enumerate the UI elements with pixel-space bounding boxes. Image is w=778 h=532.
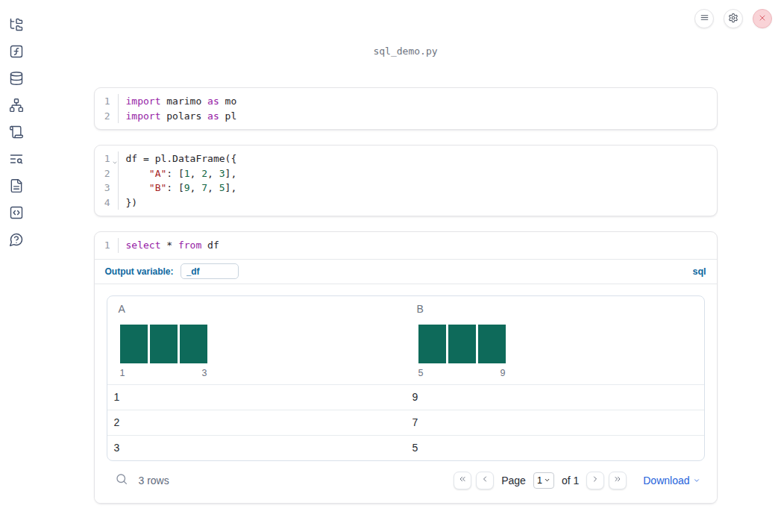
row-count: 3 rows xyxy=(139,475,169,486)
code-line: 4}) xyxy=(95,195,717,210)
chevron-right-icon xyxy=(591,475,600,486)
table-cell: 7 xyxy=(406,410,704,435)
line-number: 3 xyxy=(95,181,119,195)
next-page-button[interactable] xyxy=(586,472,604,489)
code-editor[interactable]: 1import marimo as mo2import polars as pl xyxy=(95,88,717,129)
code-editor[interactable]: 1df = pl.DataFrame({2 "A": [1, 2, 3],3 "… xyxy=(95,145,717,216)
sidebar-item-file-explorer[interactable] xyxy=(9,18,24,33)
chevron-down-icon xyxy=(693,475,700,486)
sidebar-item-snippets[interactable] xyxy=(9,206,24,221)
histogram-bar xyxy=(418,325,446,363)
network-icon xyxy=(9,98,24,115)
line-number: 1 xyxy=(95,94,119,109)
table-cell: 3 xyxy=(107,436,406,460)
line-number: 4 xyxy=(95,195,119,210)
code-content: import marimo as mo xyxy=(119,94,237,109)
table-cell: 5 xyxy=(406,436,704,460)
table-cell: 1 xyxy=(107,385,406,410)
column-name: A xyxy=(119,303,406,315)
code-line: 1select * from df xyxy=(95,238,717,253)
histogram-bar xyxy=(448,325,476,363)
code-line: 1df = pl.DataFrame({ xyxy=(95,151,717,166)
function-square-icon xyxy=(9,44,24,61)
search-button[interactable] xyxy=(114,473,129,488)
code-cell-dataframe[interactable]: 1df = pl.DataFrame({2 "A": [1, 2, 3],3 "… xyxy=(94,145,718,216)
code-content: select * from df xyxy=(119,238,219,253)
sidebar-item-help[interactable] xyxy=(9,233,24,248)
histogram-bar xyxy=(180,325,207,363)
code-box-icon xyxy=(9,205,24,222)
column-header-a[interactable]: A 1 3 xyxy=(107,296,406,384)
file-text-icon xyxy=(9,178,24,195)
table-row[interactable]: 19 xyxy=(107,384,704,410)
output-variable-input[interactable] xyxy=(181,263,239,279)
list-search-icon xyxy=(9,151,24,169)
code-line: 2import polars as pl xyxy=(95,109,717,124)
column-header-b[interactable]: B 5 9 xyxy=(406,296,704,384)
table-header-row: A 1 3 B 5 9 xyxy=(107,296,704,384)
sidebar-item-logs[interactable] xyxy=(9,125,24,140)
table-body: 192735 xyxy=(107,384,704,460)
code-content: "A": [1, 2, 3], xyxy=(119,166,237,181)
table-row[interactable]: 35 xyxy=(107,435,704,460)
previous-page-button[interactable] xyxy=(476,472,494,489)
code-content: df = pl.DataFrame({ xyxy=(119,151,237,166)
hist-max-label: 9 xyxy=(501,368,506,378)
table-cell: 9 xyxy=(406,385,704,410)
column-name: B xyxy=(417,303,704,315)
first-page-button[interactable] xyxy=(454,472,471,489)
table-row[interactable]: 27 xyxy=(107,410,704,435)
page-of-label: of 1 xyxy=(562,475,579,486)
histogram-bar xyxy=(150,325,178,363)
page-label: Page xyxy=(501,475,526,486)
notebook-main: sql_demo.py 1import marimo as mo2import … xyxy=(33,0,778,532)
language-badge: sql xyxy=(692,266,706,277)
sql-cell[interactable]: 1select * from df Output variable: sql A… xyxy=(94,231,718,504)
folder-tree-icon xyxy=(9,17,24,34)
database-icon xyxy=(9,71,24,88)
code-cell-imports[interactable]: 1import marimo as mo2import polars as pl xyxy=(94,87,718,130)
hist-min-label: 1 xyxy=(120,368,125,378)
search-icon xyxy=(115,472,128,488)
download-label: Download xyxy=(643,475,689,486)
histogram-ticks: 5 9 xyxy=(418,368,506,378)
pagination: Page 1 of 1 Download xyxy=(454,472,700,489)
line-number: 2 xyxy=(95,109,119,124)
hist-max-label: 3 xyxy=(202,368,207,378)
sidebar-item-variables[interactable] xyxy=(9,45,24,60)
page-select[interactable]: 1 xyxy=(533,472,554,489)
code-line: 3 "B": [9, 7, 5], xyxy=(95,181,717,195)
output-variable-label: Output variable: xyxy=(105,266,174,277)
last-page-button[interactable] xyxy=(609,472,627,489)
code-line: 1import marimo as mo xyxy=(95,94,717,109)
download-button[interactable]: Download xyxy=(643,475,700,486)
code-content: "B": [9, 7, 5], xyxy=(119,181,237,195)
help-bubble-icon xyxy=(9,232,24,249)
chevrons-left-icon xyxy=(458,475,467,486)
table-cell: 2 xyxy=(107,410,406,435)
histogram-a xyxy=(120,325,406,363)
cell-output: A 1 3 B 5 9 xyxy=(95,284,717,503)
chevron-down-icon xyxy=(544,475,550,486)
panel-sidebar xyxy=(0,0,33,532)
histogram-bar xyxy=(120,325,148,363)
table-footer: 3 rows Page 1 of 1 xyxy=(107,467,705,494)
histogram-b xyxy=(418,325,704,363)
scroll-icon xyxy=(9,125,24,142)
line-number: 1 xyxy=(95,238,119,253)
code-line: 2 "A": [1, 2, 3], xyxy=(95,166,717,181)
page-select-value: 1 xyxy=(537,475,542,486)
code-content: }) xyxy=(119,195,138,210)
dataframe-table: A 1 3 B 5 9 xyxy=(107,295,705,461)
chevron-left-icon xyxy=(480,475,489,486)
line-number: 2 xyxy=(95,166,119,181)
sidebar-item-data-sources[interactable] xyxy=(9,72,24,87)
sidebar-item-dependencies[interactable] xyxy=(9,98,24,113)
line-number: 1 xyxy=(95,151,119,166)
histogram-ticks: 1 3 xyxy=(120,368,207,378)
histogram-bar xyxy=(478,325,506,363)
sidebar-item-outline-search[interactable] xyxy=(9,152,24,167)
code-content: import polars as pl xyxy=(119,109,237,124)
sql-code-editor[interactable]: 1select * from df xyxy=(95,232,717,260)
sidebar-item-documentation[interactable] xyxy=(9,179,24,194)
